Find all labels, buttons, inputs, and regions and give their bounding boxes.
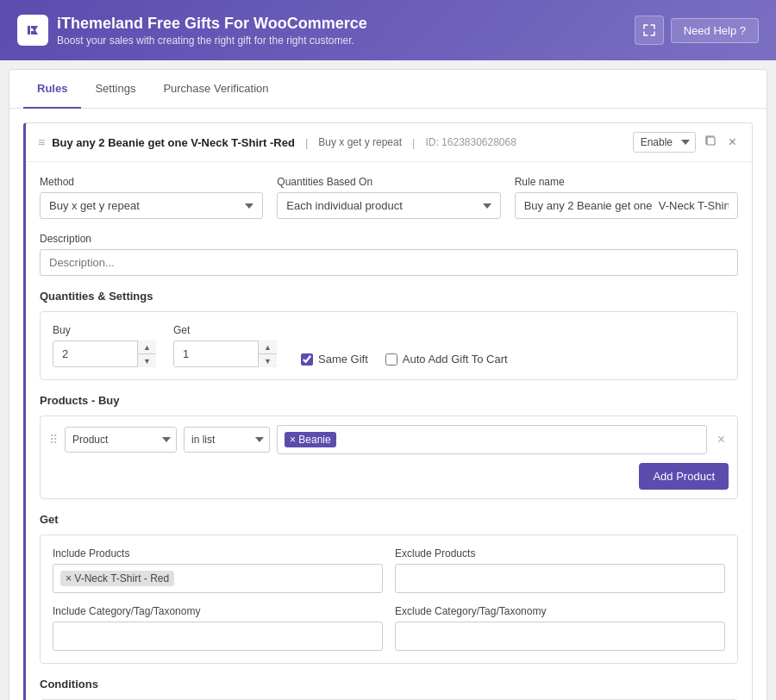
include-products-field: Include Products × V-Neck T-Shirt - Red [53,547,383,593]
qty-settings-title: Quantities & Settings [40,290,738,303]
rule-card: ≡ Buy any 2 Beanie get one V-Neck T-Shir… [23,122,753,700]
method-group: Method Buy x get y repeat Buy x get y Fi… [40,176,263,219]
main-container: Rules Settings Purchase Verification ≡ B… [9,69,767,700]
get-spinners: ▲ ▼ [258,341,277,367]
separator2: | [412,136,415,149]
same-gift-group: Same Gift [301,353,368,366]
rule-title: Buy any 2 Beanie get one V-Neck T-Shirt … [52,136,295,149]
products-buy-box: ⠿ Product Category Tag in list not in li… [40,416,738,499]
get-increment[interactable]: ▲ [259,341,277,354]
product-row: ⠿ Product Category Tag in list not in li… [49,425,729,454]
get-field: Get ▲ ▼ [173,324,277,367]
rule-copy-button[interactable] [701,133,720,152]
tab-purchase-verification[interactable]: Purchase Verification [149,70,282,109]
tag-label: × Beanie [290,434,331,446]
products-buy-footer: Add Product [49,454,729,490]
get-label: Get [173,324,277,336]
products-buy-title: Products - Buy [40,394,738,407]
description-input[interactable] [40,249,738,276]
beanie-tag: × Beanie [285,432,336,447]
exclude-products-input[interactable] [395,564,725,593]
include-products-input[interactable]: × V-Neck T-Shirt - Red [53,564,383,593]
qty-based-select[interactable]: Each individual product Cart total Order… [277,192,500,219]
include-cat-field: Include Category/Tag/Taxonomy [53,605,383,651]
tab-rules[interactable]: Rules [23,70,81,109]
tag-label: × V-Neck T-Shirt - Red [66,572,169,584]
qty-based-label: Quantities Based On [277,176,500,188]
description-label: Description [40,233,738,245]
method-row: Method Buy x get y repeat Buy x get y Fi… [40,176,738,219]
include-products-label: Include Products [53,547,383,559]
rule-body: Method Buy x get y repeat Buy x get y Fi… [26,162,752,700]
rule-status-select[interactable]: Enable Disable [633,132,696,153]
product-row-remove[interactable]: × [714,430,729,449]
exclude-cat-field: Exclude Category/Tag/Taxonomy [395,605,725,651]
include-cat-label: Include Category/Tag/Taxonomy [53,605,383,617]
get-section: Get Include Products × V-Neck T-Shirt - … [40,513,738,664]
rule-name-group: Rule name [515,176,738,219]
auto-add-group: Auto Add Gift To Cart [385,353,508,366]
rule-header-actions: Enable Disable × [633,132,740,153]
same-gift-label[interactable]: Same Gift [318,353,368,366]
header-left: iThemeland Free Gifts For WooCommerce Bo… [17,15,367,47]
header-text: iThemeland Free Gifts For WooCommerce Bo… [57,15,367,47]
exclude-cat-input[interactable] [395,622,725,651]
product-condition-select[interactable]: in list not in list [184,427,270,453]
content-area: ≡ Buy any 2 Beanie get one V-Neck T-Shir… [9,109,767,700]
conditions-title: Conditions [40,678,738,691]
get-grid: Include Products × V-Neck T-Shirt - Red … [53,547,725,651]
tab-bar: Rules Settings Purchase Verification [9,70,767,109]
product-type-select[interactable]: Product Category Tag [65,427,177,453]
add-product-button[interactable]: Add Product [639,463,729,490]
exclude-products-label: Exclude Products [395,547,725,559]
rule-drag-handle[interactable]: ≡ [38,135,45,149]
buy-spinners: ▲ ▼ [137,341,156,367]
tab-settings[interactable]: Settings [81,70,149,109]
app-header: iThemeland Free Gifts For WooCommerce Bo… [0,0,776,60]
exclude-cat-label: Exclude Category/Tag/Taxonomy [395,605,725,617]
product-tags-input[interactable]: × Beanie [277,425,707,454]
checkboxes-wrap: Same Gift Auto Add Gift To Cart [301,353,508,367]
conditions-section: Conditions Add Condition [40,678,738,700]
rule-header: ≡ Buy any 2 Beanie get one V-Neck T-Shir… [26,123,752,162]
get-decrement[interactable]: ▼ [259,354,277,367]
app-subtitle: Boost your sales with creating the right… [57,34,367,47]
products-buy-section: Products - Buy ⠿ Product Category Tag in… [40,394,738,499]
expand-button[interactable] [635,16,664,45]
buy-label: Buy [53,324,156,336]
rule-name-label: Rule name [515,176,738,188]
svg-rect-1 [707,137,715,145]
app-title: iThemeland Free Gifts For WooCommerce [57,15,367,33]
svg-rect-0 [23,21,42,40]
include-cat-input[interactable] [53,622,383,651]
get-input-wrap: ▲ ▼ [173,341,277,367]
qty-based-group: Quantities Based On Each individual prod… [277,176,500,219]
rule-id: ID: 1623830628068 [425,136,516,148]
rule-name-input[interactable] [515,192,738,219]
qty-row: Buy ▲ ▼ Get [53,324,725,367]
rule-type: Buy x get y repeat [318,136,402,148]
app-logo [17,15,48,46]
buy-increment[interactable]: ▲ [138,341,156,354]
buy-input-wrap: ▲ ▼ [53,341,156,367]
auto-add-label[interactable]: Auto Add Gift To Cart [403,353,508,366]
separator1: | [305,136,308,149]
method-select[interactable]: Buy x get y repeat Buy x get y Fixed [40,192,263,219]
auto-add-checkbox[interactable] [385,353,397,366]
get-section-title: Get [40,513,738,526]
header-right: Need Help ? [635,16,759,45]
help-button[interactable]: Need Help ? [671,18,759,43]
get-box: Include Products × V-Neck T-Shirt - Red … [40,534,738,664]
exclude-products-field: Exclude Products [395,547,725,593]
buy-decrement[interactable]: ▼ [138,354,156,367]
method-label: Method [40,176,263,188]
description-group: Description [40,233,738,276]
product-drag-handle[interactable]: ⠿ [49,433,58,447]
buy-field: Buy ▲ ▼ [53,324,156,367]
same-gift-checkbox[interactable] [301,353,313,366]
vneck-tag: × V-Neck T-Shirt - Red [60,571,174,586]
qty-settings-box: Buy ▲ ▼ Get [40,311,738,380]
rule-close-button[interactable]: × [725,133,740,152]
